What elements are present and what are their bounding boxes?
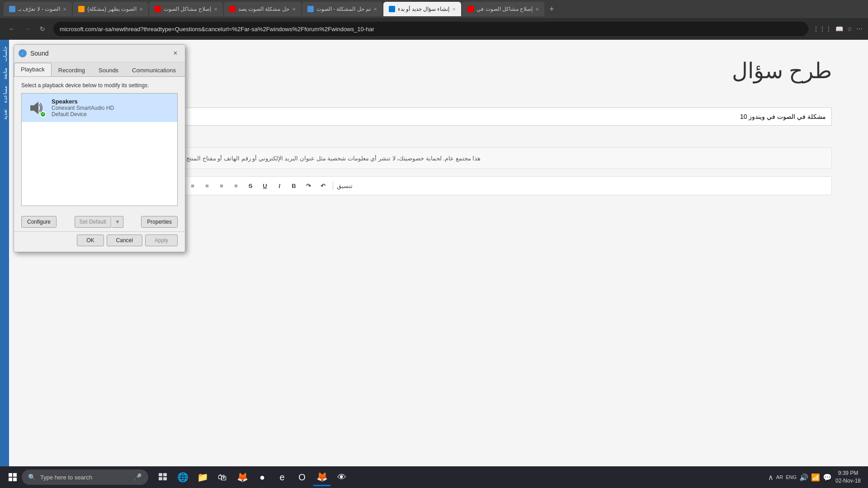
favorites-icon[interactable]: ☆ bbox=[847, 25, 853, 33]
tray-keyboard[interactable]: ENG bbox=[786, 474, 797, 480]
device-name: Speakers bbox=[52, 98, 161, 105]
tab-3-favicon bbox=[155, 6, 161, 12]
forward-button[interactable]: → bbox=[21, 23, 33, 35]
tab-6-label: إنشاء سؤال جديد أو بدء bbox=[398, 6, 449, 12]
svg-rect-4 bbox=[9, 473, 12, 477]
svg-rect-5 bbox=[13, 473, 17, 477]
tray-chevron[interactable]: ∧ bbox=[768, 473, 774, 482]
device-info: Speakers Conexant SmartAudio HD Default … bbox=[52, 98, 161, 117]
start-button[interactable] bbox=[4, 468, 22, 486]
tab-2-label: (مشكلة) الصوت يظهر bbox=[87, 6, 137, 12]
new-tab-button[interactable]: + bbox=[545, 3, 558, 15]
default-device-badge bbox=[40, 111, 46, 117]
tab-3[interactable]: إصلاح مشاكل الصوت ✕ bbox=[149, 2, 223, 16]
tab-5-favicon bbox=[307, 6, 314, 12]
taskbar-search-bar[interactable]: 🔍 Type here to search 🎤 bbox=[22, 469, 148, 485]
dialog-buttons-row: Configure Set Default ▼ Properties bbox=[14, 211, 185, 231]
svg-rect-7 bbox=[13, 478, 17, 481]
address-bar: ← → ↻ microsoft.com/ar-sa/newthread?thre… bbox=[0, 18, 868, 40]
properties-button[interactable]: Properties bbox=[141, 216, 178, 228]
taskbar-tray: ∧ AR ENG 🔊 📶 💬 9:39 PM 02-Nov-18 bbox=[768, 469, 864, 485]
nav-buttons: ← → ↻ bbox=[5, 23, 49, 35]
tab-1-label: الصوت - لا تعرّف بـ bbox=[18, 6, 60, 12]
tab-4-label: حل مشكلة الصوت يصد bbox=[238, 6, 289, 12]
svg-rect-2 bbox=[30, 105, 34, 111]
tab-6[interactable]: إنشاء سؤال جديد أو بدء ✕ bbox=[383, 2, 461, 16]
tab-sounds[interactable]: Sounds bbox=[92, 64, 125, 76]
tab-7-label: إصلاح مشاكل الصوت في bbox=[476, 6, 533, 12]
svg-rect-10 bbox=[159, 477, 162, 480]
dialog-overlay: ♪ Sound × Playback Recording Sounds Comm… bbox=[0, 40, 868, 488]
edge-app[interactable]: 🌐 bbox=[174, 468, 192, 486]
volume-icon[interactable]: 🔊 bbox=[799, 473, 808, 482]
mic-icon[interactable]: 🎤 bbox=[133, 473, 142, 482]
tab-communications[interactable]: Communications bbox=[125, 64, 183, 76]
cancel-button[interactable]: Cancel bbox=[107, 235, 142, 246]
collections-icon[interactable]: ⋮⋮⋮ bbox=[813, 25, 832, 33]
tray-language[interactable]: AR bbox=[776, 474, 783, 480]
store-app[interactable]: 🛍 bbox=[213, 468, 231, 486]
svg-rect-11 bbox=[163, 477, 167, 480]
reading-view-icon[interactable]: 📖 bbox=[835, 25, 843, 33]
chrome-app[interactable]: ● bbox=[253, 468, 271, 486]
tray-datetime[interactable]: 9:39 PM 02-Nov-18 bbox=[835, 469, 861, 485]
browser-actions: ⋮⋮⋮ 📖 ☆ ⋯ bbox=[813, 25, 863, 33]
svg-rect-6 bbox=[9, 478, 12, 481]
tab-bar: الصوت - لا تعرّف بـ ✕ (مشكلة) الصوت يظهر… bbox=[0, 0, 868, 18]
back-button[interactable]: ← bbox=[5, 23, 18, 35]
tab-4-favicon bbox=[229, 6, 236, 12]
url-text: microsoft.com/ar-sa/newthread?threadtype… bbox=[60, 26, 374, 33]
tab-1[interactable]: الصوت - لا تعرّف بـ ✕ bbox=[4, 2, 72, 16]
tab-2[interactable]: (مشكلة) الصوت يظهر ✕ bbox=[73, 2, 148, 16]
firefox-app[interactable]: 🦊 bbox=[233, 468, 251, 486]
opera-app[interactable]: O bbox=[293, 468, 311, 486]
dialog-close-button[interactable]: × bbox=[170, 48, 180, 58]
tab-7-favicon bbox=[467, 6, 474, 12]
configure-button[interactable]: Configure bbox=[21, 216, 57, 228]
apply-button[interactable]: Apply bbox=[145, 235, 178, 246]
sound-dialog: ♪ Sound × Playback Recording Sounds Comm… bbox=[14, 44, 185, 252]
tab-6-close[interactable]: ✕ bbox=[452, 7, 456, 12]
tab-4-close[interactable]: ✕ bbox=[292, 7, 296, 12]
browser-chrome: الصوت - لا تعرّف بـ ✕ (مشكلة) الصوت يظهر… bbox=[0, 0, 868, 40]
dialog-description: Select a playback device below to modify… bbox=[21, 82, 178, 89]
ok-button[interactable]: OK bbox=[77, 235, 104, 246]
dialog-ok-cancel: OK Cancel Apply bbox=[14, 231, 185, 252]
tab-recording[interactable]: Recording bbox=[52, 64, 92, 76]
tab-1-favicon bbox=[9, 6, 15, 12]
firefox-app-2[interactable]: 🦊 bbox=[313, 468, 331, 486]
dialog-title-text: Sound bbox=[30, 50, 48, 57]
device-item-speakers[interactable]: Speakers Conexant SmartAudio HD Default … bbox=[22, 94, 177, 122]
refresh-button[interactable]: ↻ bbox=[36, 23, 49, 35]
set-default-arrow-button[interactable]: ▼ bbox=[112, 216, 123, 228]
dialog-title-left: ♪ Sound bbox=[19, 49, 48, 57]
explorer-app[interactable]: 📁 bbox=[193, 468, 212, 486]
tab-5-close[interactable]: ✕ bbox=[373, 7, 377, 12]
url-bar[interactable]: microsoft.com/ar-sa/newthread?threadtype… bbox=[53, 22, 808, 36]
tab-2-favicon bbox=[78, 6, 85, 12]
fingerprint-app[interactable]: 👁 bbox=[333, 468, 351, 486]
search-icon: 🔍 bbox=[28, 474, 36, 481]
svg-rect-8 bbox=[159, 473, 162, 476]
tab-5[interactable]: تم حل المشكلة - الصوت ✕ bbox=[302, 2, 382, 16]
action-center-icon[interactable]: 💬 bbox=[823, 473, 832, 482]
tab-3-close[interactable]: ✕ bbox=[214, 7, 217, 12]
device-driver: Conexant SmartAudio HD bbox=[52, 105, 161, 111]
ie-app[interactable]: e bbox=[273, 468, 291, 486]
dialog-titlebar: ♪ Sound × bbox=[14, 45, 185, 62]
sound-dialog-icon: ♪ bbox=[19, 49, 27, 57]
tab-7-close[interactable]: ✕ bbox=[535, 7, 539, 12]
task-view-button[interactable] bbox=[154, 468, 172, 486]
tab-7[interactable]: إصلاح مشاكل الصوت في ✕ bbox=[462, 2, 544, 16]
tray-date-text: 02-Nov-18 bbox=[835, 477, 861, 485]
tab-2-close[interactable]: ✕ bbox=[139, 7, 143, 12]
tray-time-text: 9:39 PM bbox=[835, 469, 861, 477]
tab-playback[interactable]: Playback bbox=[14, 63, 52, 76]
tab-4[interactable]: حل مشكلة الصوت يصد ✕ bbox=[224, 2, 301, 16]
menu-icon[interactable]: ⋯ bbox=[856, 25, 863, 33]
network-icon[interactable]: 📶 bbox=[811, 473, 820, 482]
device-status: Default Device bbox=[52, 111, 161, 117]
tab-1-close[interactable]: ✕ bbox=[63, 7, 66, 12]
svg-marker-3 bbox=[34, 102, 38, 114]
set-default-button[interactable]: Set Default bbox=[75, 216, 111, 228]
